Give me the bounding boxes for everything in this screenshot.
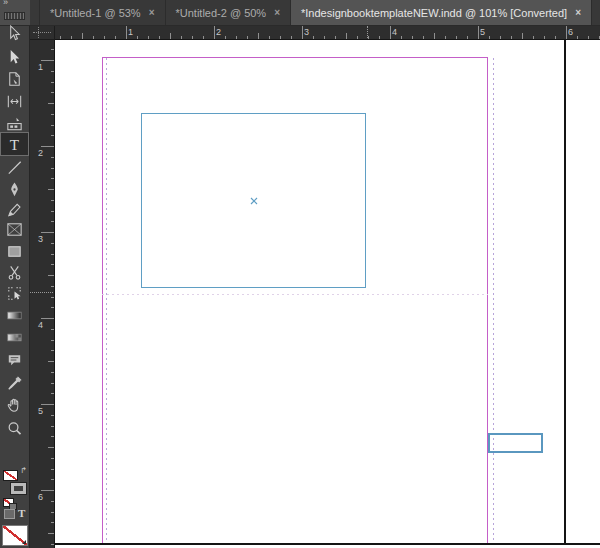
document-tab-bar: *Untitled-1 @ 53%×*Untitled-2 @ 50%×*Ind…	[30, 0, 600, 26]
ruler-tick	[51, 383, 54, 384]
pasteboard-bottom-edge	[55, 543, 600, 545]
ruler-guide-horizontal[interactable]	[102, 294, 488, 295]
ruler-tick	[500, 36, 501, 39]
gap-tool[interactable]	[0, 90, 29, 112]
ruler-tick	[51, 82, 54, 83]
ruler-tick	[51, 71, 54, 72]
gap-icon	[5, 92, 24, 111]
hand-tool[interactable]	[0, 393, 29, 415]
ruler-tick	[51, 307, 54, 308]
ruler-tick	[51, 501, 54, 502]
ruler-tick	[51, 49, 54, 50]
horizontal-ruler[interactable]: 123456	[55, 26, 600, 40]
ruler-tick	[379, 36, 380, 39]
tab-close-icon[interactable]: ×	[274, 7, 280, 18]
default-fill-stroke-icon[interactable]	[3, 498, 14, 507]
tab-close-icon[interactable]: ×	[149, 7, 155, 18]
apply-none-button[interactable]	[2, 525, 28, 546]
stroke-swatch[interactable]	[11, 483, 26, 494]
pen-tool[interactable]	[0, 178, 29, 200]
ruler-tick	[346, 33, 347, 39]
scissors-icon	[5, 263, 24, 282]
ruler-tick-major	[41, 60, 54, 61]
ruler-tick-major	[302, 26, 303, 39]
zoom-tool[interactable]	[0, 417, 29, 439]
ruler-tick	[51, 393, 54, 394]
ruler-tick	[269, 36, 270, 39]
ruler-tick	[544, 36, 545, 39]
column-guide-left[interactable]	[106, 58, 107, 544]
free-transform-tool[interactable]	[0, 282, 29, 304]
text-frame-small[interactable]	[488, 433, 543, 453]
margin-guide-right[interactable]	[487, 57, 488, 544]
rectangle-tool[interactable]	[0, 240, 29, 262]
ruler-tick	[148, 36, 149, 39]
ruler-tick	[412, 36, 413, 39]
ruler-origin-corner[interactable]	[30, 26, 55, 40]
ruler-tick-major	[390, 26, 391, 39]
ruler-origin-crosshair-icon	[33, 32, 51, 33]
ruler-tick	[71, 36, 72, 39]
pencil-tool[interactable]	[0, 198, 29, 220]
page-tool[interactable]	[0, 68, 29, 90]
pointer-position-indicator	[367, 26, 368, 40]
ruler-tick	[51, 254, 54, 255]
page-edge-right	[564, 40, 566, 544]
tab-untitled-2[interactable]: *Untitled-2 @ 50%×	[166, 0, 292, 25]
ruler-label: 1	[128, 27, 133, 37]
tab-label: *IndesignbooktemplateNEW.indd @ 101% [Co…	[301, 7, 567, 19]
ruler-tick	[51, 157, 54, 158]
ruler-tick	[159, 36, 160, 39]
scissors-tool[interactable]	[0, 261, 29, 283]
ruler-tick	[51, 243, 54, 244]
ruler-tick	[51, 522, 54, 523]
collapse-panel-icon[interactable]: »	[3, 0, 7, 7]
gradient-feather-tool[interactable]	[0, 326, 29, 348]
fill-swatch[interactable]	[3, 470, 18, 481]
ruler-tick	[51, 286, 54, 287]
ruler-tick	[51, 372, 54, 373]
margin-guide-left[interactable]	[102, 57, 103, 544]
ruler-tick	[115, 36, 116, 39]
type-tool[interactable]: T	[0, 132, 29, 156]
ruler-tick	[357, 36, 358, 39]
column-guide-right[interactable]	[493, 58, 494, 544]
gradient-swatch-tool[interactable]	[0, 304, 29, 326]
ruler-tick	[51, 458, 54, 459]
ruler-label: 4	[392, 27, 397, 37]
margin-guide-top[interactable]	[102, 57, 488, 58]
note-tool[interactable]	[0, 349, 29, 371]
selection-tool[interactable]	[0, 22, 29, 44]
ruler-tick-major	[126, 26, 127, 39]
formatting-affects-container-button[interactable]	[4, 509, 15, 519]
ruler-tick	[51, 479, 54, 480]
direct-selection-tool[interactable]	[0, 46, 29, 68]
panel-grip-icon[interactable]	[4, 12, 25, 20]
ruler-tick	[467, 36, 468, 39]
eyedropper-tool[interactable]	[0, 372, 29, 394]
tab-indesign-book-template[interactable]: *IndesignbooktemplateNEW.indd @ 101% [Co…	[291, 0, 592, 25]
ruler-tick	[192, 36, 193, 39]
ruler-label: 3	[304, 27, 309, 37]
ruler-tick-major	[41, 318, 54, 319]
gradient-icon	[5, 306, 24, 325]
ruler-tick	[48, 189, 54, 190]
ruler-tick	[51, 114, 54, 115]
formatting-affects-text-button[interactable]: T	[18, 507, 25, 519]
line-tool[interactable]	[0, 156, 29, 178]
apply-menu-triangle-icon	[22, 540, 26, 544]
swap-fill-stroke-icon[interactable]: ↱	[20, 466, 27, 475]
ruler-tick	[51, 168, 54, 169]
rectangle-frame-tool[interactable]	[0, 218, 29, 240]
ruler-label: 6	[568, 27, 573, 37]
tab-close-icon[interactable]: ×	[575, 7, 581, 18]
ruler-tick	[137, 36, 138, 39]
ruler-tick	[258, 33, 259, 39]
vertical-ruler[interactable]: 123456	[30, 40, 55, 548]
tab-untitled-1[interactable]: *Untitled-1 @ 53%×	[39, 0, 166, 25]
ruler-tick	[104, 36, 105, 39]
ruler-tick	[225, 36, 226, 39]
ruler-tick	[51, 426, 54, 427]
note-icon	[5, 351, 24, 370]
document-canvas[interactable]	[55, 40, 600, 548]
